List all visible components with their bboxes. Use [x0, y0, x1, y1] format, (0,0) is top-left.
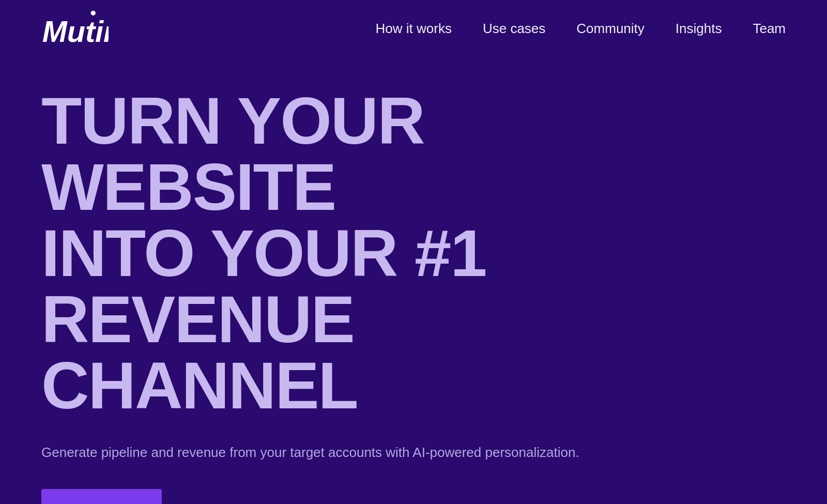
svg-text:Mutiny: Mutiny [42, 15, 109, 48]
headline-line-2: INTO YOUR #1 [41, 216, 486, 290]
cta-row: Get started or take a product tour → [41, 489, 682, 504]
nav-item-insights[interactable]: Insights [676, 21, 722, 37]
nav-link-insights[interactable]: Insights [676, 21, 722, 36]
nav-item-community[interactable]: Community [576, 21, 644, 37]
nav-link-how-it-works[interactable]: How it works [376, 21, 452, 36]
logo[interactable]: Mutiny [41, 8, 109, 49]
nav-item-how-it-works[interactable]: How it works [376, 21, 452, 37]
headline-line-3: REVENUE CHANNEL [41, 282, 358, 422]
nav-link-community[interactable]: Community [576, 21, 644, 36]
navigation: Mutiny How it works Use cases Community … [0, 0, 827, 57]
headline-line-1: TURN YOUR WEBSITE [41, 84, 424, 224]
hero-subtext: Generate pipeline and revenue from your … [41, 445, 682, 461]
get-started-button[interactable]: Get started [41, 489, 162, 504]
svg-point-1 [91, 11, 96, 16]
nav-item-use-cases[interactable]: Use cases [483, 21, 545, 37]
logo-icon: Mutiny [41, 8, 109, 49]
nav-item-team[interactable]: Team [753, 21, 786, 37]
nav-link-use-cases[interactable]: Use cases [483, 21, 545, 36]
nav-link-team[interactable]: Team [753, 21, 786, 36]
hero-headline: TURN YOUR WEBSITE INTO YOUR #1 REVENUE C… [41, 88, 682, 419]
hero-section: TURN YOUR WEBSITE INTO YOUR #1 REVENUE C… [0, 57, 724, 504]
nav-links: How it works Use cases Community Insight… [376, 21, 786, 37]
